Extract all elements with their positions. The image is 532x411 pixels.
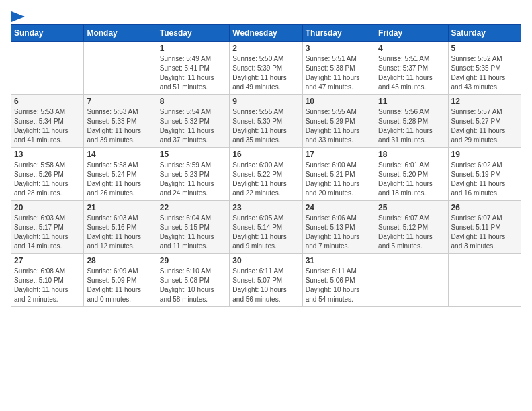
calendar-cell: 10Sunrise: 5:55 AM Sunset: 5:29 PM Dayli… [302, 95, 375, 148]
day-info: Sunrise: 5:59 AM Sunset: 5:23 PM Dayligh… [160, 161, 226, 198]
day-info: Sunrise: 6:04 AM Sunset: 5:15 PM Dayligh… [160, 214, 226, 251]
calendar-cell: 15Sunrise: 5:59 AM Sunset: 5:23 PM Dayli… [157, 148, 229, 201]
day-info: Sunrise: 6:07 AM Sunset: 5:11 PM Dayligh… [451, 214, 518, 251]
day-info: Sunrise: 6:10 AM Sunset: 5:08 PM Dayligh… [160, 267, 226, 304]
day-info: Sunrise: 5:53 AM Sunset: 5:34 PM Dayligh… [14, 107, 81, 145]
calendar-cell: 3Sunrise: 5:51 AM Sunset: 5:38 PM Daylig… [302, 42, 375, 95]
day-info: Sunrise: 6:07 AM Sunset: 5:12 PM Dayligh… [378, 214, 445, 251]
day-number: 16 [232, 150, 299, 159]
day-number: 4 [378, 44, 445, 53]
day-info: Sunrise: 6:02 AM Sunset: 5:19 PM Dayligh… [451, 161, 518, 198]
calendar-cell: 24Sunrise: 6:06 AM Sunset: 5:13 PM Dayli… [302, 201, 375, 254]
logo [11, 11, 26, 17]
calendar-week-row: 6Sunrise: 5:53 AM Sunset: 5:34 PM Daylig… [11, 95, 521, 148]
calendar-day-header: Sunday [11, 25, 84, 42]
day-info: Sunrise: 6:01 AM Sunset: 5:20 PM Dayligh… [378, 161, 445, 198]
day-number: 27 [14, 256, 81, 265]
day-info: Sunrise: 5:53 AM Sunset: 5:33 PM Dayligh… [87, 107, 153, 145]
calendar-header-row: SundayMondayTuesdayWednesdayThursdayFrid… [11, 25, 521, 42]
svg-marker-0 [11, 11, 25, 22]
calendar-cell: 26Sunrise: 6:07 AM Sunset: 5:11 PM Dayli… [448, 201, 521, 254]
calendar-cell: 9Sunrise: 5:55 AM Sunset: 5:30 PM Daylig… [230, 95, 302, 148]
calendar-cell: 30Sunrise: 6:11 AM Sunset: 5:07 PM Dayli… [230, 254, 302, 307]
day-info: Sunrise: 6:03 AM Sunset: 5:17 PM Dayligh… [14, 214, 81, 251]
day-info: Sunrise: 5:57 AM Sunset: 5:27 PM Dayligh… [451, 107, 518, 145]
calendar-day-header: Wednesday [230, 25, 302, 42]
day-number: 23 [232, 203, 299, 212]
day-number: 13 [14, 150, 81, 159]
day-info: Sunrise: 5:49 AM Sunset: 5:41 PM Dayligh… [160, 54, 226, 92]
day-number: 2 [232, 44, 299, 53]
day-number: 30 [232, 256, 299, 265]
day-number: 20 [14, 203, 81, 212]
day-number: 9 [232, 97, 299, 106]
day-info: Sunrise: 5:56 AM Sunset: 5:28 PM Dayligh… [378, 107, 445, 145]
day-info: Sunrise: 6:05 AM Sunset: 5:14 PM Dayligh… [232, 214, 299, 251]
day-info: Sunrise: 6:00 AM Sunset: 5:22 PM Dayligh… [232, 161, 299, 198]
calendar-day-header: Tuesday [157, 25, 229, 42]
calendar-cell: 27Sunrise: 6:08 AM Sunset: 5:10 PM Dayli… [11, 254, 84, 307]
calendar-cell: 13Sunrise: 5:58 AM Sunset: 5:26 PM Dayli… [11, 148, 84, 201]
day-info: Sunrise: 6:08 AM Sunset: 5:10 PM Dayligh… [14, 267, 81, 304]
day-number: 7 [87, 97, 153, 106]
day-number: 18 [378, 150, 445, 159]
calendar-week-row: 27Sunrise: 6:08 AM Sunset: 5:10 PM Dayli… [11, 254, 521, 307]
day-number: 29 [160, 256, 226, 265]
day-info: Sunrise: 5:58 AM Sunset: 5:24 PM Dayligh… [87, 161, 153, 198]
calendar-cell: 21Sunrise: 6:03 AM Sunset: 5:16 PM Dayli… [84, 201, 157, 254]
calendar-day-header: Thursday [302, 25, 375, 42]
calendar-cell: 23Sunrise: 6:05 AM Sunset: 5:14 PM Dayli… [230, 201, 302, 254]
calendar-cell: 12Sunrise: 5:57 AM Sunset: 5:27 PM Dayli… [448, 95, 521, 148]
day-number: 10 [306, 97, 372, 106]
day-info: Sunrise: 5:52 AM Sunset: 5:35 PM Dayligh… [451, 54, 518, 92]
day-number: 17 [306, 150, 372, 159]
day-number: 15 [160, 150, 226, 159]
calendar-cell [448, 254, 521, 307]
day-info: Sunrise: 6:06 AM Sunset: 5:13 PM Dayligh… [306, 214, 372, 251]
calendar-cell: 6Sunrise: 5:53 AM Sunset: 5:34 PM Daylig… [11, 95, 84, 148]
calendar-cell [375, 254, 448, 307]
day-info: Sunrise: 5:55 AM Sunset: 5:29 PM Dayligh… [306, 107, 372, 145]
calendar-cell [11, 42, 84, 95]
day-info: Sunrise: 6:11 AM Sunset: 5:07 PM Dayligh… [232, 267, 299, 304]
day-number: 19 [451, 150, 518, 159]
calendar-week-row: 13Sunrise: 5:58 AM Sunset: 5:26 PM Dayli… [11, 148, 521, 201]
logo-container [11, 11, 26, 23]
day-info: Sunrise: 5:55 AM Sunset: 5:30 PM Dayligh… [232, 107, 299, 145]
logo-arrow-icon [11, 11, 25, 22]
calendar-cell: 5Sunrise: 5:52 AM Sunset: 5:35 PM Daylig… [448, 42, 521, 95]
day-info: Sunrise: 5:58 AM Sunset: 5:26 PM Dayligh… [14, 161, 81, 198]
calendar-cell: 1Sunrise: 5:49 AM Sunset: 5:41 PM Daylig… [157, 42, 229, 95]
calendar-cell: 8Sunrise: 5:54 AM Sunset: 5:32 PM Daylig… [157, 95, 229, 148]
day-info: Sunrise: 5:51 AM Sunset: 5:38 PM Dayligh… [306, 54, 372, 92]
day-info: Sunrise: 5:54 AM Sunset: 5:32 PM Dayligh… [160, 107, 226, 145]
day-number: 12 [451, 97, 518, 106]
calendar-cell: 16Sunrise: 6:00 AM Sunset: 5:22 PM Dayli… [230, 148, 302, 201]
day-number: 22 [160, 203, 226, 212]
day-number: 28 [87, 256, 153, 265]
day-number: 6 [14, 97, 81, 106]
day-number: 3 [306, 44, 372, 53]
day-number: 21 [87, 203, 153, 212]
day-info: Sunrise: 6:03 AM Sunset: 5:16 PM Dayligh… [87, 214, 153, 251]
day-info: Sunrise: 6:00 AM Sunset: 5:21 PM Dayligh… [306, 161, 372, 198]
calendar-cell: 29Sunrise: 6:10 AM Sunset: 5:08 PM Dayli… [157, 254, 229, 307]
calendar-cell: 25Sunrise: 6:07 AM Sunset: 5:12 PM Dayli… [375, 201, 448, 254]
day-number: 24 [306, 203, 372, 212]
day-number: 31 [306, 256, 372, 265]
day-info: Sunrise: 5:51 AM Sunset: 5:37 PM Dayligh… [378, 54, 445, 92]
calendar-cell: 18Sunrise: 6:01 AM Sunset: 5:20 PM Dayli… [375, 148, 448, 201]
calendar-week-row: 1Sunrise: 5:49 AM Sunset: 5:41 PM Daylig… [11, 42, 521, 95]
calendar-day-header: Friday [375, 25, 448, 42]
day-number: 26 [451, 203, 518, 212]
calendar-cell: 7Sunrise: 5:53 AM Sunset: 5:33 PM Daylig… [84, 95, 157, 148]
calendar-week-row: 20Sunrise: 6:03 AM Sunset: 5:17 PM Dayli… [11, 201, 521, 254]
calendar-cell: 17Sunrise: 6:00 AM Sunset: 5:21 PM Dayli… [302, 148, 375, 201]
day-number: 5 [451, 44, 518, 53]
day-number: 14 [87, 150, 153, 159]
day-number: 25 [378, 203, 445, 212]
calendar-day-header: Saturday [448, 25, 521, 42]
day-number: 8 [160, 97, 226, 106]
calendar-cell: 31Sunrise: 6:11 AM Sunset: 5:06 PM Dayli… [302, 254, 375, 307]
day-number: 11 [378, 97, 445, 106]
